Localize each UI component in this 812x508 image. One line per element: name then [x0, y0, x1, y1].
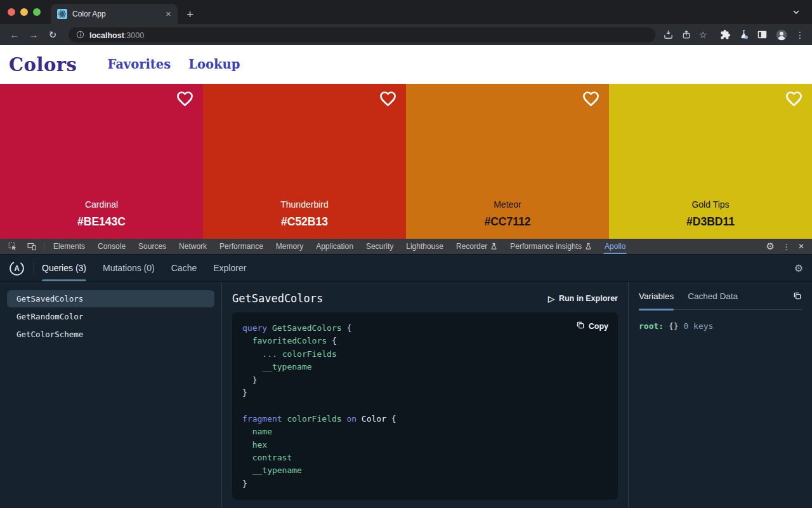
copy-variables-button[interactable]: [793, 291, 802, 303]
copy-query-button[interactable]: Copy: [576, 321, 608, 331]
root-key: root:: [639, 321, 664, 331]
color-swatch-cardinal: Cardinal#BE143C: [0, 84, 203, 239]
side-panel-icon[interactable]: [757, 29, 768, 40]
favorite-button[interactable]: [379, 91, 396, 109]
code-token: [242, 427, 252, 436]
share-icon[interactable]: [681, 29, 691, 40]
extension-flask-icon[interactable]: [738, 29, 749, 40]
code-line: __typename: [242, 464, 608, 477]
minimize-window-button[interactable]: [20, 8, 28, 16]
chevron-down-icon[interactable]: [792, 8, 801, 17]
browser-tab[interactable]: Color App ✕: [51, 4, 178, 24]
favorite-button[interactable]: [785, 91, 802, 109]
browser-tab-strip: Color App ✕ +: [0, 0, 812, 24]
code-lines: query GetSavedColors { favoritedColors {…: [242, 322, 608, 490]
devtools-settings-gear-icon[interactable]: ⚙: [766, 241, 774, 252]
address-bar[interactable]: localhost:3000: [69, 27, 655, 43]
flask-icon: [490, 243, 497, 250]
apollo-settings-gear-icon[interactable]: ⚙: [794, 262, 803, 274]
apollo-tab-queries-3[interactable]: Queries (3): [42, 255, 86, 281]
apollo-tab-mutations-0[interactable]: Mutations (0): [103, 255, 155, 281]
close-window-button[interactable]: [8, 8, 15, 16]
variables-panel: VariablesCached Data root: {} 0 keys: [628, 282, 812, 508]
code-token: colorFields: [287, 414, 346, 424]
favorite-button[interactable]: [176, 91, 193, 109]
variables-tab-list: VariablesCached Data: [639, 291, 802, 310]
swatch-hex: #D3BD11: [686, 215, 735, 229]
devtools-close-icon[interactable]: ✕: [798, 242, 804, 251]
forward-button[interactable]: →: [25, 29, 42, 40]
run-in-explorer-button[interactable]: ▷ Run in Explorer: [548, 294, 618, 304]
site-info-icon[interactable]: [76, 30, 84, 39]
divider: [34, 262, 34, 274]
devtools-tab-lighthouse[interactable]: Lighthouse: [400, 239, 450, 254]
macos-window-controls[interactable]: [8, 8, 41, 16]
back-button[interactable]: ←: [6, 29, 23, 40]
heart-icon: [379, 91, 396, 107]
browser-menu-kebab-icon[interactable]: ⋮: [796, 30, 804, 40]
heart-icon: [582, 91, 599, 107]
new-tab-button[interactable]: +: [187, 8, 193, 22]
devtools-tab-sources[interactable]: Sources: [132, 239, 173, 254]
install-app-icon[interactable]: [663, 29, 674, 40]
code-line: }: [242, 478, 608, 490]
code-token: [242, 349, 262, 359]
query-list-item-getsavedcolors[interactable]: GetSavedColors: [7, 290, 214, 307]
code-token: __typename: [252, 465, 302, 475]
nav-link-favorites[interactable]: Favorites: [107, 57, 171, 72]
query-list-item-getcolorscheme[interactable]: GetColorScheme: [7, 326, 214, 343]
swatch-hex: #BE143C: [77, 215, 126, 229]
apollo-tab-explorer[interactable]: Explorer: [213, 255, 246, 281]
inspect-element-icon[interactable]: [4, 239, 22, 254]
devtools-tab-security[interactable]: Security: [360, 239, 400, 254]
bookmark-star-icon[interactable]: ☆: [699, 29, 707, 41]
apollo-tab-cache[interactable]: Cache: [171, 255, 197, 281]
favorite-button[interactable]: [582, 91, 599, 109]
tab-close-icon[interactable]: ✕: [166, 10, 171, 18]
app-nav: FavoritesLookup: [107, 57, 240, 72]
devtools-tab-performance-insights[interactable]: Performance insights: [504, 239, 598, 254]
devtools-tab-list: ElementsConsoleSourcesNetworkPerformance…: [47, 239, 632, 254]
code-token: {: [391, 414, 396, 424]
query-detail-panel: GetSavedColors ▷ Run in Explorer query G…: [222, 282, 628, 508]
apollo-logo-icon: A: [9, 260, 25, 276]
devtools-tab-elements[interactable]: Elements: [47, 239, 91, 254]
url-host: localhost: [89, 31, 124, 40]
device-toolbar-icon[interactable]: [22, 239, 41, 254]
code-token: {: [346, 323, 351, 333]
copy-icon: [793, 291, 802, 300]
url-port: :3000: [124, 31, 144, 40]
devtools-menu-kebab-icon[interactable]: ⋮: [782, 242, 790, 251]
code-token: {: [332, 336, 337, 345]
swatch-name: Cardinal: [85, 199, 118, 210]
devtools-tab-bar: ElementsConsoleSourcesNetworkPerformance…: [0, 239, 812, 255]
extensions-puzzle-icon[interactable]: [720, 29, 731, 40]
heart-icon: [176, 91, 193, 107]
code-line: favoritedColors {: [242, 335, 608, 347]
app-logo[interactable]: Colors: [9, 54, 77, 76]
nav-link-lookup[interactable]: Lookup: [188, 57, 240, 72]
reload-button[interactable]: ↻: [44, 29, 61, 41]
profile-avatar[interactable]: [775, 29, 788, 41]
variables-tab-cached-data[interactable]: Cached Data: [688, 291, 738, 303]
code-token: GetSavedColors: [272, 323, 346, 333]
devtools-tab-console[interactable]: Console: [91, 239, 132, 254]
devtools-tab-performance[interactable]: Performance: [213, 239, 270, 254]
variables-root-row: root: {} 0 keys: [639, 321, 802, 331]
swatch-hex: #C52B13: [281, 215, 328, 229]
code-line: contrast: [242, 451, 608, 464]
zoom-window-button[interactable]: [33, 8, 41, 16]
query-list-item-getrandomcolor[interactable]: GetRandomColor: [7, 308, 214, 325]
code-token: favoritedColors: [252, 336, 332, 345]
devtools-tab-memory[interactable]: Memory: [270, 239, 310, 254]
root-meta: 0 keys: [683, 321, 713, 331]
devtools-tab-network[interactable]: Network: [173, 239, 213, 254]
variables-tab-variables[interactable]: Variables: [639, 291, 674, 303]
swatch-name: Thunderbird: [280, 199, 329, 210]
code-token: [242, 440, 252, 450]
code-token: colorFields: [282, 349, 337, 359]
swatch-hex: #CC7112: [485, 215, 531, 229]
devtools-tab-apollo[interactable]: Apollo: [598, 239, 632, 254]
devtools-tab-application[interactable]: Application: [310, 239, 360, 254]
devtools-tab-recorder[interactable]: Recorder: [450, 239, 504, 254]
